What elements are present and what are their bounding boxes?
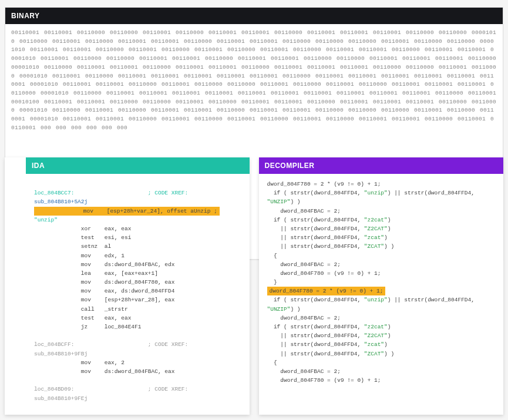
ida-line: call _strstr bbox=[34, 305, 241, 314]
ida-line: lea eax, [eax+eax+1] bbox=[34, 269, 241, 278]
ida-line: loc_804BCFF: ; CODE XREF: bbox=[34, 340, 241, 349]
decompiler-line: || strstr(dword_804FFD4, "zcat") bbox=[267, 340, 496, 349]
ida-line: sub_804B810+5A2j bbox=[34, 197, 241, 206]
ida-line bbox=[34, 376, 241, 385]
ida-line: setnz al bbox=[34, 242, 241, 251]
ida-line: mov ds:dword_804F780, eax bbox=[34, 278, 241, 287]
decompiler-line: || strstr(dword_804FFD4, "Z2CAT") bbox=[267, 224, 496, 233]
ida-panel: IDA loc_804BCC7: ; CODE XREF:sub_804B810… bbox=[5, 157, 250, 415]
ida-line: mov [esp+28h+var_28], eax bbox=[34, 295, 241, 304]
ida-line: test eax, eax bbox=[34, 314, 241, 322]
decompiler-body: dword_804F780 = 2 * (v9 != 0) + 1; if ( … bbox=[259, 174, 504, 415]
ida-line: sub_804B810+9FEj bbox=[34, 394, 241, 403]
binary-header: BINARY bbox=[5, 8, 503, 24]
decompiler-line: dword_804F780 = 2 * (v9 != 0) + 1; bbox=[267, 287, 496, 295]
decompiler-line: || strstr(dword_804FFD4, "Z2CAT") bbox=[267, 331, 496, 340]
decompiler-line: { bbox=[267, 358, 496, 367]
decompiler-line: "UNZIP") ) bbox=[267, 305, 496, 314]
decompiler-line: } bbox=[267, 278, 496, 287]
decompiler-line: if ( strstr(dword_804FFD4, "unzip") || s… bbox=[267, 189, 496, 197]
ida-line: mov [esp+28h+var_24], offset aUnzip ; bbox=[34, 207, 241, 216]
ida-line: sub_804B810+9FBj bbox=[34, 350, 241, 358]
decompiler-line: dword_804FBAC = 2; bbox=[267, 314, 496, 322]
decompiler-line: || strstr(dword_804FFD4, "ZCAT") ) bbox=[267, 350, 496, 358]
decompiler-line: || strstr(dword_804FFD4, "ZCAT") ) bbox=[267, 242, 496, 251]
ida-body: loc_804BCC7: ; CODE XREF:sub_804B810+5A2… bbox=[5, 174, 250, 415]
decompiler-line: dword_804F780 = (v9 != 0) + 1; bbox=[267, 376, 496, 385]
ida-header: IDA bbox=[26, 157, 250, 174]
ida-line: loc_804BD09: ; CODE XREF: bbox=[34, 385, 241, 394]
decompiler-line: if ( strstr(dword_804FFD4, "z2cat") bbox=[267, 322, 496, 331]
decompiler-line: if ( strstr(dword_804FFD4, "unzip") || s… bbox=[267, 295, 496, 304]
ida-line: mov edx, 1 bbox=[34, 251, 241, 260]
ida-line bbox=[34, 180, 241, 189]
decompiler-line: dword_804FBAC = 2; bbox=[267, 367, 496, 376]
ida-line: mov eax, 2 bbox=[34, 358, 241, 367]
ida-line: loc_804BCC7: ; CODE XREF: bbox=[34, 189, 241, 197]
decompiler-line: { bbox=[267, 251, 496, 260]
overlay-area: IDA loc_804BCC7: ; CODE XREF:sub_804B810… bbox=[5, 157, 503, 415]
ida-line: "unzip" bbox=[34, 216, 241, 224]
decompiler-line: dword_804FBAC = 2; bbox=[267, 260, 496, 269]
decompiler-panel: DECOMPILER dword_804F780 = 2 * (v9 != 0)… bbox=[259, 157, 504, 415]
ida-line: mov ds:dword_804FBAC, eax bbox=[34, 367, 241, 376]
decompiler-header: DECOMPILER bbox=[259, 157, 504, 174]
decompiler-line: dword_804F780 = (v9 != 0) + 1; bbox=[267, 269, 496, 278]
decompiler-line: "UNZIP") ) bbox=[267, 197, 496, 206]
ida-line: test esi, esi bbox=[34, 233, 241, 242]
decompiler-line: dword_804FBAC = 2; bbox=[267, 207, 496, 216]
ida-line bbox=[34, 331, 241, 340]
ida-line: xor eax, eax bbox=[34, 224, 241, 233]
ida-line: mov ds:dword_804FBAC, edx bbox=[34, 260, 241, 269]
decompiler-line: || strstr(dword_804FFD4, "zcat") bbox=[267, 233, 496, 242]
ida-line: jz loc_804E4F1 bbox=[34, 322, 241, 331]
decompiler-line: if ( strstr(dword_804FFD4, "z2cat") bbox=[267, 216, 496, 224]
decompiler-line: dword_804F780 = 2 * (v9 != 0) + 1; bbox=[267, 180, 496, 189]
ida-line: mov eax, ds:dword_804FFD4 bbox=[34, 287, 241, 295]
